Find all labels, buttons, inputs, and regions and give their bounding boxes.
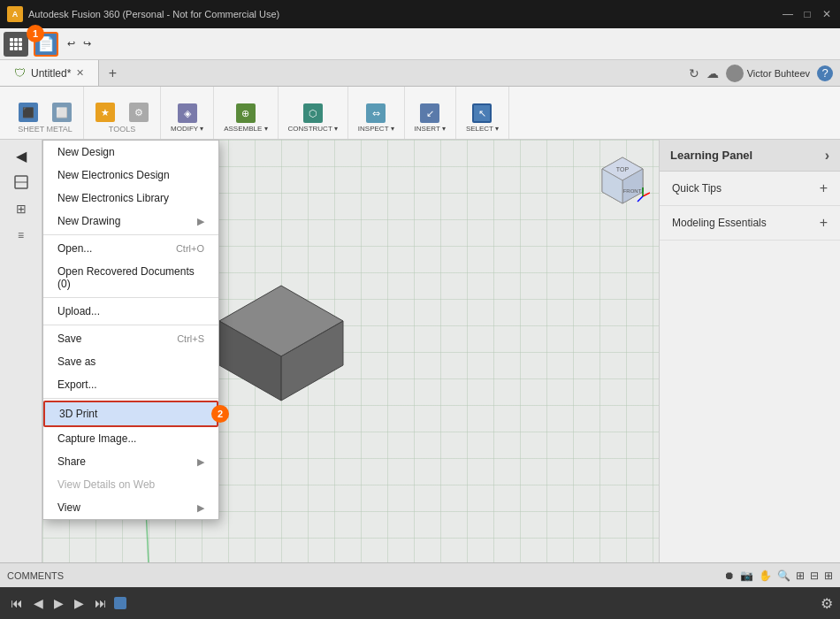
undo-button[interactable]: ↩ — [64, 34, 79, 55]
menu-item-view-label: View — [57, 501, 80, 514]
app-logo: A — [7, 6, 23, 22]
menu-item-new-drawing-arrow: ▶ — [197, 216, 204, 227]
menu-item-save-as[interactable]: Save as — [43, 350, 218, 373]
tool-icon-sheet-1: ⬛ — [19, 103, 38, 122]
sidebar-tool-2[interactable]: ⊞ — [5, 196, 37, 221]
panel-item-quick-tips-expand[interactable]: + — [820, 180, 828, 196]
undo-redo-buttons[interactable]: ↩ ↪ — [64, 34, 95, 55]
status-record-button[interactable]: ⏺ — [724, 569, 735, 582]
user-name: Victor Buhteev — [747, 68, 810, 79]
status-bar-tools: ⏺ 📷 ✋ 🔍 ⊞ ⊟ ⊞ — [724, 569, 833, 582]
panel-collapse-button[interactable]: › — [825, 148, 829, 164]
tool-icon-assemble-1: ⊕ — [236, 103, 256, 123]
nav-back-button[interactable]: ◀ — [30, 594, 47, 612]
sidebar-tool-3[interactable]: ≡ — [5, 223, 37, 248]
minimize-button[interactable]: — — [782, 8, 794, 20]
menu-item-open-label: Open... — [57, 242, 92, 255]
menu-item-new-electronics-library[interactable]: New Electronics Library — [43, 187, 218, 210]
tool-sheet-2[interactable]: ⬜ — [46, 100, 78, 125]
tool-insert-1-label: INSERT ▾ — [415, 125, 446, 133]
menu-item-3d-print[interactable]: 3D Print 2 — [43, 401, 218, 427]
canvas-area[interactable]: TOP FRONT New Design New Electronics Des… — [42, 140, 659, 562]
toolbar-section-select: ↖ SELECT ▾ — [456, 87, 509, 139]
menu-item-upload[interactable]: Upload... — [43, 300, 218, 323]
panel-item-quick-tips-label: Quick Tips — [672, 182, 722, 195]
grid-icon — [10, 38, 22, 50]
menu-item-new-electronics-design-label: New Electronics Design — [57, 169, 170, 181]
status-display-button[interactable]: ⊞ — [796, 569, 805, 582]
tool-modify-1-label: MODIFY ▾ — [171, 125, 203, 133]
tool-sheet-1[interactable]: ⬛ — [12, 100, 44, 125]
sidebar-tool-1[interactable] — [5, 170, 37, 195]
toolbar-section-assemble: ⊕ ASSEMBLE ▾ — [214, 87, 278, 139]
tool-assemble-1[interactable]: ⊕ ASSEMBLE ▾ — [219, 101, 271, 135]
status-table-button[interactable]: ⊞ — [824, 569, 833, 582]
tool-construct-1[interactable]: ⬡ CONSTRUCT ▾ — [284, 101, 342, 135]
right-panel-header: Learning Panel › — [660, 140, 840, 172]
menu-item-share[interactable]: Share ▶ — [43, 450, 218, 473]
panel-item-modeling-essentials[interactable]: Modeling Essentials + — [660, 206, 840, 241]
menu-item-export-label: Export... — [57, 378, 97, 391]
panel-item-quick-tips[interactable]: Quick Tips + — [660, 172, 840, 206]
menu-item-new-drawing[interactable]: New Drawing ▶ — [43, 210, 218, 233]
bottom-bar: ⏮ ◀ ▶ ▶ ⏭ ⚙ — [0, 587, 840, 619]
menu-item-open[interactable]: Open... Ctrl+O — [43, 237, 218, 260]
right-panel-title: Learning Panel — [670, 149, 752, 162]
menu-item-save[interactable]: Save Ctrl+S — [43, 327, 218, 350]
menu-item-open-shortcut: Ctrl+O — [176, 243, 204, 254]
menu-item-save-label: Save — [57, 332, 81, 345]
tool-insert-1[interactable]: ↙ INSERT ▾ — [410, 101, 450, 135]
nav-forward-button[interactable]: ▶ — [71, 594, 88, 612]
menu-item-view[interactable]: View ▶ — [43, 496, 218, 519]
tool-select-1[interactable]: ↖ SELECT ▾ — [462, 101, 503, 135]
status-zoom-button[interactable]: 🔍 — [777, 569, 790, 582]
redo-button[interactable]: ↪ — [80, 34, 95, 55]
menu-item-3d-print-label: 3D Print — [59, 408, 97, 420]
sidebar-expand-button[interactable]: ◀ — [5, 143, 37, 168]
menu-item-share-arrow: ▶ — [197, 456, 204, 468]
active-tab[interactable]: 🛡 Untitled* ✕ — [0, 60, 99, 86]
new-tab-button[interactable]: + — [99, 60, 126, 86]
nav-play-button[interactable]: ▶ — [50, 594, 67, 612]
menu-item-new-electronics-design[interactable]: New Electronics Design — [43, 164, 218, 187]
view-cube[interactable]: TOP FRONT — [595, 150, 648, 203]
tool-tools-1[interactable]: ★ — [89, 100, 121, 125]
tool-modify-1[interactable]: ◈ MODIFY ▾ — [166, 101, 208, 135]
left-sidebar: ◀ ⊞ ≡ — [0, 140, 42, 562]
menu-item-new-design[interactable]: New Design — [43, 141, 218, 164]
menu-divider-2 — [43, 297, 218, 298]
tool-tools-2[interactable]: ⚙ — [123, 100, 155, 125]
tool-select-1-label: SELECT ▾ — [466, 125, 499, 133]
menu-item-export[interactable]: Export... — [43, 373, 218, 396]
maximize-button[interactable]: □ — [801, 8, 813, 20]
tool-inspect-1[interactable]: ⇔ INSPECT ▾ — [354, 101, 399, 135]
status-pan-button[interactable]: ✋ — [759, 569, 772, 582]
sync-icon[interactable]: ↻ — [689, 66, 699, 80]
tab-close-button[interactable]: ✕ — [76, 67, 84, 79]
menu-item-open-recovered[interactable]: Open Recovered Documents (0) — [43, 260, 218, 295]
panel-item-modeling-essentials-expand[interactable]: + — [820, 215, 828, 231]
tool-icon-construct-1: ⬡ — [303, 103, 323, 123]
toolbar-section-insert: ↙ INSERT ▾ — [405, 87, 456, 139]
status-camera-button[interactable]: 📷 — [740, 569, 753, 582]
menu-item-share-label: Share — [57, 455, 86, 468]
menu-divider-1 — [43, 234, 218, 235]
nav-skip-back-button[interactable]: ⏮ — [7, 594, 27, 612]
toolbar-section-sheet-metal-label: SHEET METAL — [18, 125, 73, 134]
svg-text:FRONT: FRONT — [623, 188, 642, 194]
close-button[interactable]: ✕ — [821, 8, 833, 20]
cloud-icon[interactable]: ☁ — [706, 66, 719, 80]
toolbar-section-construct: ⬡ CONSTRUCT ▾ — [279, 87, 348, 139]
right-panel: Learning Panel › Quick Tips + Modeling E… — [659, 140, 840, 562]
apps-grid-button[interactable] — [4, 32, 28, 57]
menu-item-capture-image[interactable]: Capture Image... — [43, 427, 218, 450]
settings-button[interactable]: ⚙ — [821, 596, 833, 611]
tab-bar: 🛡 Untitled* ✕ + ↻ ☁ Victor Buhteev ? — [0, 60, 840, 87]
file-menu-button[interactable]: 1 📄 — [34, 32, 58, 57]
help-button[interactable]: ? — [817, 65, 833, 81]
menu-item-view-arrow: ▶ — [197, 502, 204, 514]
window-controls[interactable]: — □ ✕ — [782, 8, 833, 20]
menu-item-new-electronics-library-label: New Electronics Library — [57, 192, 169, 204]
nav-skip-forward-button[interactable]: ⏭ — [91, 594, 111, 612]
status-grid-button[interactable]: ⊟ — [810, 569, 819, 582]
